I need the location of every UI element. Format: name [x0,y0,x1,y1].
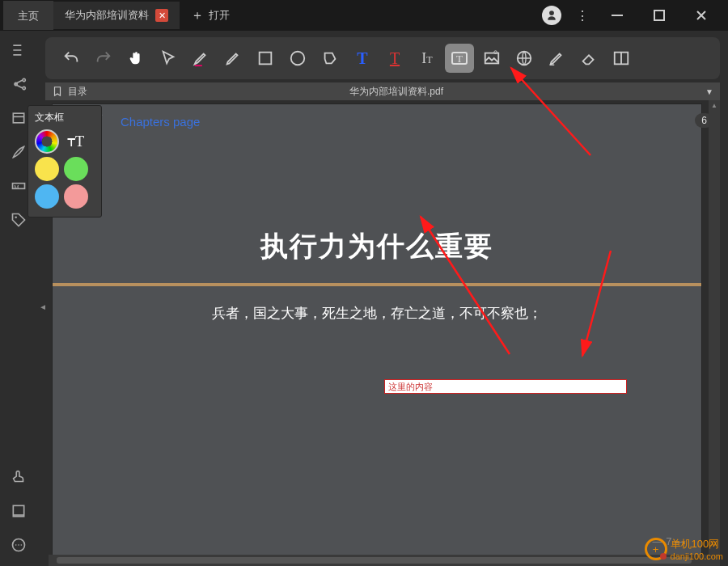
color-picker-button[interactable] [35,129,59,154]
top-toolbar: T T IT T [45,37,720,79]
watermark-line2: danji100.com [671,551,723,561]
plus-icon: ＋ [191,7,204,24]
color-yellow[interactable] [35,157,59,181]
pencil-icon [224,49,242,67]
textbox-value: 这里的内容 [388,381,433,393]
font-size-button[interactable]: ᴛT [64,129,87,154]
page-body-text: 兵者，国之大事，死生之地，存亡之道，不可不察也； [53,304,701,323]
textbox-options-popup: 文本框 ᴛT [28,105,102,218]
user-avatar[interactable] [542,6,561,25]
reading-icon[interactable] [9,108,28,128]
text-bold-icon: T [357,49,367,68]
close-icon [696,10,707,21]
svg-rect-1 [654,11,664,20]
text-underline-icon: T [390,49,400,68]
maximize-button[interactable] [645,4,673,27]
undo-icon [62,49,80,67]
hand-tool-button[interactable] [121,44,150,73]
redo-button[interactable] [89,44,118,73]
hscroll-thumb[interactable] [57,557,692,564]
brush-icon[interactable] [9,142,28,162]
titlebar-right: ⋮ [542,4,725,27]
touch-icon[interactable] [9,467,28,487]
measure-icon[interactable]: M [9,176,28,196]
text-insert-icon: IT [421,50,432,67]
highlighter-icon [192,49,210,67]
open-label: 打开 [209,8,230,23]
columns-button[interactable] [607,44,636,73]
horizontal-scrollbar[interactable] [49,555,717,566]
polygon-icon [321,49,339,67]
color-blue[interactable] [35,184,59,209]
text-insert-button[interactable]: IT [413,44,442,73]
pencil-button[interactable] [218,44,248,73]
tab-document[interactable]: 华为内部培训资料 ✕ [53,2,180,29]
popup-title: 文本框 [33,109,96,128]
minimize-button[interactable] [603,4,631,27]
color-pink[interactable] [64,184,88,209]
titlebar: 主页 华为内部培训资料 ✕ ＋ 打开 ⋮ [0,0,728,31]
outline-icon[interactable] [9,40,28,60]
circle-icon [289,49,307,67]
image-button[interactable] [477,44,506,73]
svg-point-11 [18,544,19,546]
image-icon [483,49,501,67]
share-icon[interactable] [9,74,28,94]
page-chapter-label: Chapters page [121,115,200,129]
textbox-input[interactable]: 这里的内容 [384,379,627,394]
svg-point-10 [15,544,17,546]
document-area: 节页 Chapters page 执行力为什么重要 兵者，国之大事，死生之地，存… [45,100,720,566]
select-tool-button[interactable] [154,44,183,73]
eraser-icon [580,49,598,67]
globe-icon [515,49,533,67]
chevron-down-icon[interactable]: ▼ [705,87,713,96]
redo-icon [95,49,112,67]
link-button[interactable] [510,44,539,73]
toc-label[interactable]: 目录 [68,85,87,99]
tab-home[interactable]: 主页 [3,1,53,30]
page-divider [53,283,701,286]
square-icon [256,49,274,67]
svg-text:T: T [456,53,463,65]
close-window-button[interactable] [688,4,715,27]
svg-rect-14 [260,53,272,65]
svg-rect-2 [13,113,23,123]
eraser-button[interactable] [574,44,603,73]
tab-document-label: 华为内部培训资料 [65,8,149,23]
signature-button[interactable] [542,44,571,73]
undo-button[interactable] [57,44,86,73]
watermark-logo-icon: + [645,538,667,560]
tag-icon[interactable] [9,210,28,230]
svg-point-15 [291,52,305,65]
hand-icon [127,49,145,67]
polygon-button[interactable] [315,44,345,73]
document-filename: 华为内部培训资料.pdf [87,85,705,99]
text-bold-button[interactable]: T [348,44,377,73]
svg-text:M: M [14,184,19,191]
book-icon[interactable] [9,501,28,521]
vertical-scrollbar[interactable]: ▲ ▼ [709,100,720,566]
cursor-icon [159,49,177,67]
rectangle-button[interactable] [251,44,280,73]
color-green[interactable] [64,157,88,181]
svg-point-6 [15,216,17,218]
pen-draw-icon [548,49,565,67]
bookmark-icon[interactable] [52,86,63,97]
open-file-button[interactable]: ＋ 打开 [180,1,241,31]
svg-point-12 [21,544,23,546]
menu-dots-icon[interactable]: ⋮ [576,8,589,23]
textbox-button[interactable]: T [445,44,474,73]
svg-rect-0 [612,15,623,16]
close-tab-icon[interactable]: ✕ [155,9,168,22]
more-icon[interactable] [9,535,28,555]
document-page[interactable]: 节页 Chapters page 执行力为什么重要 兵者，国之大事，死生之地，存… [52,103,702,560]
highlighter-button[interactable] [186,44,215,73]
circle-button[interactable] [283,44,312,73]
user-icon [546,10,557,21]
page-main-title: 执行力为什么重要 [53,228,701,265]
textbox-icon: T [450,49,469,68]
scroll-up-arrow-icon[interactable]: ▲ [711,102,717,109]
minimize-icon [612,10,623,21]
columns-icon [612,49,630,67]
text-underline-button[interactable]: T [380,44,409,73]
